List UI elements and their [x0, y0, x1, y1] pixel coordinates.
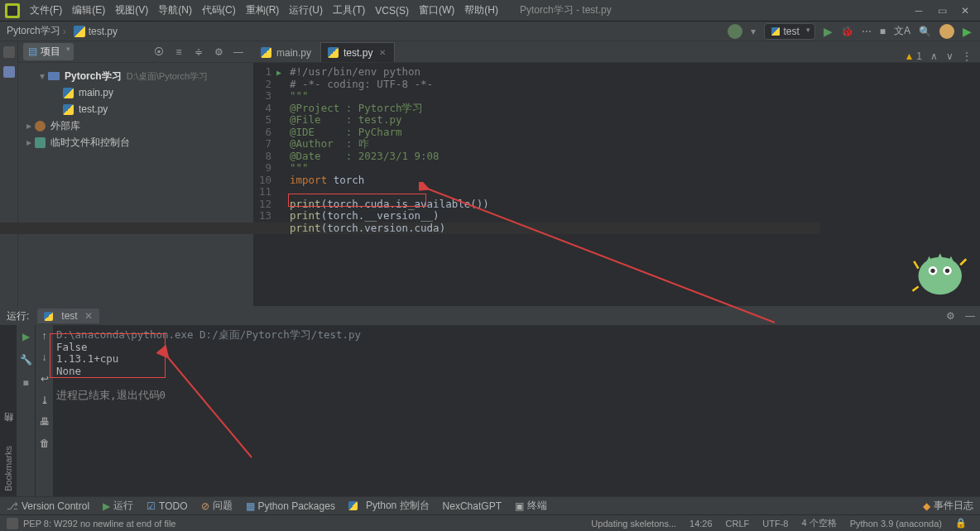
project-tool-icon[interactable]: [3, 46, 15, 58]
svg-marker-5: [925, 256, 933, 264]
bottom-problems[interactable]: ⊘问题: [201, 499, 233, 513]
status-time: 14:26: [689, 519, 713, 529]
tree-file-test[interactable]: test.py: [18, 101, 253, 117]
tab-test[interactable]: test.py✕: [320, 42, 395, 62]
expand-all-icon[interactable]: ≡: [172, 46, 185, 58]
menu-help[interactable]: 帮助(H): [459, 3, 503, 17]
clear-icon[interactable]: 🗑: [40, 438, 50, 449]
status-updating: Updating skeletons...: [591, 519, 676, 529]
scratch-icon: [35, 137, 46, 148]
run-config-selector[interactable]: test: [764, 23, 814, 40]
gear-icon[interactable]: ⚙: [212, 46, 225, 58]
collapse-all-icon[interactable]: ≑: [192, 46, 205, 58]
svg-marker-6: [936, 253, 945, 262]
rerun-icon[interactable]: ▶: [19, 330, 32, 343]
run-toolbar-primary: ▶ 🔧 ■: [17, 325, 35, 496]
menu-nav[interactable]: 导航(N): [153, 3, 197, 17]
status-interpreter[interactable]: Python 3.9 (anaconda): [850, 519, 942, 529]
run-panel-label: 运行:: [7, 309, 29, 323]
print-icon[interactable]: 🖶: [40, 416, 50, 428]
code-editor[interactable]: 1234567891011121314 ▶ #!/usr/bin/env pyt…: [253, 63, 980, 234]
project-view-selector[interactable]: 项目: [23, 43, 74, 60]
tool-windows-icon[interactable]: [7, 518, 18, 529]
svg-point-1: [929, 266, 938, 275]
status-lineending[interactable]: CRLF: [726, 519, 750, 529]
tree-scratches[interactable]: ▸临时文件和控制台: [18, 134, 253, 151]
close-tab-icon[interactable]: ✕: [84, 310, 93, 322]
stop-icon[interactable]: ■: [19, 376, 32, 390]
bottom-vc[interactable]: ⎇Version Control: [7, 500, 89, 512]
run-button[interactable]: ▶: [824, 25, 833, 38]
close-tab-icon[interactable]: ✕: [379, 48, 386, 57]
status-lock-icon[interactable]: 🔒: [955, 518, 967, 529]
menu-window[interactable]: 窗口(W): [414, 3, 459, 17]
svg-point-2: [930, 269, 934, 273]
menu-code[interactable]: 代码(C): [197, 3, 241, 17]
more-run-icon[interactable]: ⋯: [862, 26, 872, 37]
menu-view[interactable]: 视图(V): [110, 3, 153, 17]
library-icon: [35, 121, 46, 132]
bottom-todo[interactable]: ☑TODO: [147, 500, 187, 512]
next-highlight-icon[interactable]: ∨: [946, 50, 954, 62]
crumb-file[interactable]: test.py: [89, 26, 118, 37]
status-indent[interactable]: 4 个空格: [802, 517, 837, 529]
hide-panel-icon[interactable]: —: [232, 46, 245, 58]
scroll-end-icon[interactable]: ⤓: [41, 395, 49, 406]
bottom-terminal[interactable]: ▣终端: [515, 499, 547, 513]
stop-button[interactable]: ■: [880, 26, 886, 37]
down-icon[interactable]: ↓: [42, 352, 47, 363]
warnings-indicator[interactable]: ▲1: [904, 50, 922, 62]
menu-run[interactable]: 运行(U): [284, 3, 328, 17]
gear-icon[interactable]: ⚙: [946, 310, 955, 322]
soft-wrap-icon[interactable]: ↩: [41, 373, 49, 385]
locate-icon[interactable]: ⦿: [152, 46, 166, 58]
bottom-console[interactable]: Python 控制台: [348, 499, 430, 513]
editor-more-icon[interactable]: ⋮: [962, 50, 972, 62]
menu-tools[interactable]: 工具(T): [328, 3, 370, 17]
annotation-box: [50, 333, 166, 378]
search-icon[interactable]: 🔍: [919, 26, 931, 37]
left-tool-gutter: [0, 41, 18, 306]
run-panel-tab[interactable]: test ✕: [37, 309, 98, 323]
maximize-button[interactable]: ▭: [930, 5, 954, 17]
folder-tool-icon[interactable]: [3, 66, 15, 78]
vlabel-bookmarks[interactable]: Bookmarks: [3, 441, 13, 496]
svg-point-4: [945, 269, 949, 273]
hide-panel-icon[interactable]: —: [965, 310, 975, 322]
prev-highlight-icon[interactable]: ∧: [930, 50, 938, 62]
bottom-run[interactable]: ▶运行: [103, 499, 133, 513]
tree-file-main[interactable]: main.py: [18, 84, 253, 101]
editor-tabs: main.py test.py✕ ▲1 ∧ ∨ ⋮: [253, 41, 980, 63]
menu-edit[interactable]: 编辑(E): [67, 3, 110, 17]
crumb-project[interactable]: Pytorch学习: [7, 24, 60, 38]
minimize-button[interactable]: ─: [907, 5, 930, 17]
menubar: 文件(F) 编辑(E) 视图(V) 导航(N) 代码(C) 重构(R) 运行(U…: [0, 0, 980, 22]
run-output[interactable]: D:\anaconda\python.exe D:/桌面/Pytorch学习/t…: [53, 325, 980, 496]
line-numbers: 1234567891011121314: [253, 66, 276, 234]
tree-external-libs[interactable]: ▸外部库: [18, 117, 253, 134]
bottom-chat[interactable]: NexChatGPT: [443, 500, 502, 512]
user-avatar-icon[interactable]: [728, 24, 742, 39]
wrench-icon[interactable]: 🔧: [19, 353, 32, 366]
tab-main[interactable]: main.py: [253, 42, 320, 62]
menu-refactor[interactable]: 重构(R): [241, 3, 285, 17]
run-line-icon[interactable]: ▶: [276, 66, 290, 79]
python-file-icon: [63, 104, 74, 115]
warning-icon: ▲: [904, 50, 914, 62]
code-with-me-icon[interactable]: ▶: [963, 25, 972, 38]
bottom-eventlog[interactable]: ◆事件日志: [923, 499, 973, 513]
up-icon[interactable]: ↑: [42, 330, 47, 342]
menu-vcs[interactable]: VCS(S): [370, 5, 414, 17]
svg-point-0: [919, 257, 963, 295]
bottom-packages[interactable]: ▦Python Packages: [246, 500, 335, 512]
status-encoding[interactable]: UTF-8: [762, 519, 788, 529]
tree-root[interactable]: ▾ Pytorch学习 D:\桌面\Pytorch学习: [18, 68, 253, 84]
svg-marker-7: [948, 256, 955, 264]
account-avatar-icon[interactable]: [939, 24, 954, 39]
debug-button[interactable]: 🐞: [841, 26, 853, 37]
translate-icon[interactable]: 文A: [894, 24, 910, 38]
vlabel-structure[interactable]: 结构: [2, 424, 15, 434]
menu-file[interactable]: 文件(F): [25, 3, 67, 17]
python-file-icon: [63, 88, 74, 98]
close-button[interactable]: ✕: [954, 5, 977, 17]
